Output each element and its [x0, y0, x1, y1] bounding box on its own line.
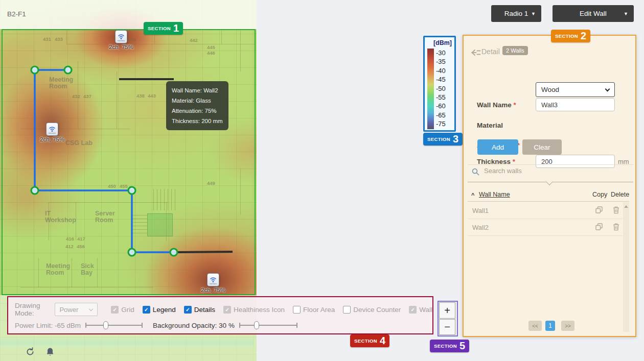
- tooltip-line: Thickness: 200 mm: [172, 116, 223, 126]
- wall-name-column-header[interactable]: Wall Name: [479, 191, 510, 198]
- legend-tick: -55: [436, 94, 446, 101]
- checkbox-label: Details: [194, 306, 215, 314]
- checkbox-label: Floor Area: [303, 306, 335, 314]
- wall-vertex-handle[interactable]: [128, 187, 135, 194]
- checkbox-device-counter: Device Counter: [343, 306, 401, 314]
- tooltip-line: Material: Glass: [172, 95, 223, 106]
- list-scrollbar[interactable]: [623, 202, 629, 332]
- background-opacity-slider-thumb[interactable]: [254, 321, 259, 329]
- edit-wall-button[interactable]: Edit Wall ▼: [553, 5, 634, 22]
- checkbox-label: Device Counter: [353, 306, 401, 314]
- wall-vertex-handle[interactable]: [64, 66, 72, 74]
- delete-column-header: Delete: [611, 191, 629, 198]
- legend-tick: -50: [436, 85, 446, 92]
- wall-edit-panel: Detail 2 Walls Wall Name * Material Wood…: [463, 35, 636, 337]
- access-point[interactable]: 2ch, 75%: [109, 30, 133, 50]
- checkbox-details[interactable]: ✓Details: [184, 306, 215, 314]
- legend-tick: -35: [436, 58, 446, 65]
- pagination-page-1-button[interactable]: 1: [545, 321, 555, 331]
- checkbox-label: Healthiness Icon: [234, 306, 285, 314]
- legend-title: [dBm]: [433, 39, 452, 46]
- wifi-ap-icon[interactable]: [115, 30, 127, 43]
- access-point[interactable]: 2ch, 75%: [201, 273, 225, 293]
- checkbox-box: [293, 306, 301, 314]
- wall-table-row[interactable]: Wall2: [468, 219, 623, 236]
- delete-wall-icon[interactable]: [613, 223, 619, 233]
- zoom-out-button[interactable]: −: [439, 319, 455, 335]
- checkbox-box: ✓: [409, 306, 417, 314]
- chevron-down-icon: [605, 87, 610, 92]
- wall-vertex-handle[interactable]: [31, 187, 38, 194]
- collapse-notch[interactable]: [546, 178, 553, 185]
- wifi-ap-icon[interactable]: [207, 273, 219, 286]
- ap-channel-label: 2ch, 75%: [201, 287, 225, 293]
- checkbox-floor-area: Floor Area: [293, 306, 335, 314]
- power-limit-slider-thumb[interactable]: [103, 321, 108, 329]
- search-walls-input[interactable]: [483, 166, 621, 175]
- checkbox-label: Wall: [419, 306, 432, 314]
- wall-info-tooltip: Wall Name: Wall2Material: GlassAttenuati…: [166, 81, 228, 130]
- wall-table-row[interactable]: Wall1: [468, 202, 623, 219]
- add-button[interactable]: Add: [477, 139, 518, 155]
- access-point[interactable]: 2ch, 75%: [40, 123, 64, 142]
- pagination-prev-button[interactable]: <<: [528, 321, 542, 331]
- wall-row-name: Wall1: [472, 207, 489, 214]
- app-window: Meeting RoomCSG LabIT WorkshopServer Roo…: [0, 0, 644, 361]
- legend-tick: -60: [436, 103, 446, 109]
- checkbox-box: ✓: [223, 306, 231, 314]
- search-icon: [472, 168, 479, 178]
- checkbox-box[interactable]: ✓: [143, 306, 150, 314]
- refresh-icon[interactable]: [26, 347, 35, 356]
- chevron-down-icon: ▼: [624, 11, 628, 16]
- tooltip-line: Attenuation: 75%: [172, 106, 223, 116]
- checkbox-box[interactable]: ✓: [184, 306, 192, 314]
- section-4-badge: SECTION4: [350, 334, 389, 347]
- collapse-panel-icon[interactable]: [471, 49, 481, 58]
- checkbox-grid: ✓Grid: [111, 306, 134, 314]
- background-opacity-slider[interactable]: [239, 321, 297, 329]
- wall-drawing-polyline[interactable]: [35, 70, 174, 252]
- checkbox-legend[interactable]: ✓Legend: [143, 306, 176, 314]
- checkbox-label: Legend: [153, 306, 176, 314]
- delete-wall-icon[interactable]: [613, 206, 619, 216]
- material-label: Material: [477, 122, 503, 129]
- wall-count-badge: 2 Walls: [502, 46, 528, 55]
- floor-name-label: B2-F1: [7, 10, 26, 18]
- checkbox-wall: ✓Wall: [409, 306, 432, 314]
- drawing-mode-label: Drawing Mode:: [15, 302, 51, 317]
- detail-header[interactable]: Detail: [481, 47, 500, 56]
- checkbox-healthiness-icon: ✓Healthiness Icon: [223, 306, 285, 314]
- wall-name-input[interactable]: [536, 98, 615, 111]
- wifi-ap-icon[interactable]: [46, 123, 58, 136]
- view-options-toolbar: Drawing Mode: Power ✓Grid✓Legend✓Details…: [7, 296, 433, 334]
- section-5-badge: SECTION5: [430, 340, 469, 352]
- checkbox-box: [343, 306, 351, 314]
- pagination-next-button[interactable]: >>: [561, 321, 574, 331]
- radio-select-button[interactable]: Radio 1 ▼: [491, 5, 541, 22]
- copy-column-header: Copy: [592, 191, 607, 198]
- copy-wall-icon[interactable]: [595, 223, 603, 232]
- dbm-legend: [dBm] -30-35-40-45-50-55-60-65-75: [423, 36, 456, 132]
- legend-tick: -40: [436, 67, 446, 74]
- wall-name-label: Wall Name *: [477, 101, 516, 109]
- wall-vertex-handle[interactable]: [170, 249, 177, 256]
- drawing-mode-select: Power: [55, 303, 98, 316]
- section-1-badge: SECTION1: [144, 22, 183, 35]
- bell-icon[interactable]: [46, 347, 54, 356]
- zoom-in-button[interactable]: +: [439, 302, 455, 319]
- power-limit-label: Power Limit: -65 dBm: [15, 322, 81, 329]
- legend-color-bar: [427, 49, 434, 129]
- power-limit-slider: [85, 321, 143, 329]
- tooltip-line: Wall Name: Wall2: [172, 85, 223, 95]
- wall-row-name: Wall2: [472, 224, 489, 231]
- clear-button[interactable]: Clear: [522, 139, 562, 155]
- sort-ascending-icon[interactable]: ^: [471, 192, 474, 198]
- background-opacity-label: Background Opacity: 30 %: [153, 322, 235, 329]
- section-2-badge: SECTION2: [551, 30, 590, 42]
- scroll-up-icon[interactable]: [624, 205, 628, 208]
- material-select[interactable]: Wood: [536, 82, 615, 97]
- placed-wall-segment[interactable]: [174, 252, 233, 252]
- wall-vertex-handle[interactable]: [31, 66, 38, 74]
- wall-vertex-handle[interactable]: [128, 249, 135, 256]
- copy-wall-icon[interactable]: [595, 206, 603, 215]
